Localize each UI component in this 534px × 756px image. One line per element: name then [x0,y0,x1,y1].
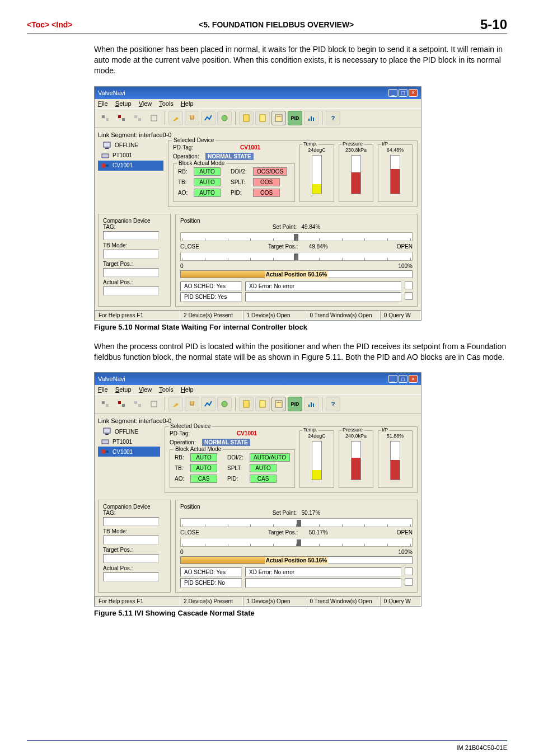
tree-pt1001[interactable]: PT1001 [98,151,163,161]
doi-label: DOI/2: [231,168,250,175]
operation-value: NORMAL STATE [205,153,254,160]
status-icon[interactable] [405,567,413,575]
target-value: 49.84% [309,243,328,250]
svg-rect-24 [134,401,137,404]
config-icon[interactable] [217,397,232,411]
menu-tools[interactable]: Tools [159,100,174,107]
companion-tbmode-input[interactable] [103,536,159,544]
tool-2-icon[interactable] [114,397,129,411]
setpoint-slider[interactable] [180,232,413,241]
trend-icon[interactable] [201,111,216,125]
paragraph-1: When the positioner has been placed in n… [94,44,507,76]
menu-file[interactable]: File [98,100,108,107]
status-present: 2 Device(s) Present [180,311,243,320]
svg-rect-39 [106,450,109,453]
maximize-icon[interactable]: □ [399,89,407,97]
companion-tag-input[interactable] [103,517,159,526]
config-icon[interactable] [217,111,232,125]
pen-icon[interactable] [271,111,286,125]
hand-icon[interactable] [185,111,199,125]
position-panel: Position Set Point: 49.84% CLOSETarget P… [175,214,418,307]
companion-target-input[interactable] [103,554,159,563]
status-bar: For Help press F1 2 Device(s) Present 1 … [95,596,421,606]
status-icon[interactable] [405,292,413,300]
tree-offline[interactable]: OFFLINE [98,426,160,436]
tree-cv1001[interactable]: CV1001 [98,161,163,171]
tree-pt-label: PT1001 [113,152,132,158]
device-tree[interactable]: OFFLINE PT1001 CV1001 [98,426,160,496]
pen-icon[interactable] [271,397,286,411]
maximize-icon[interactable]: □ [399,375,407,383]
tool-2-icon[interactable] [114,111,129,125]
minimize-icon[interactable]: _ [388,89,397,97]
tree-offline[interactable]: OFFLINE [98,140,163,151]
window-titlebar[interactable]: ValveNavi _ □ × [95,373,421,385]
figure-5-11: ValveNavi _ □ × File Setup View Tools He… [94,372,421,607]
tb-label: TB: [175,465,187,471]
tree-pt1001[interactable]: PT1001 [98,436,160,447]
yellow2-icon[interactable] [255,111,270,125]
target-slider[interactable] [180,252,413,261]
menu-help[interactable]: Help [181,386,194,393]
tool-3-icon[interactable] [130,111,145,125]
tool-1-icon[interactable] [98,111,113,125]
companion-tbmode-input[interactable] [103,250,159,259]
zero-label: 0 [180,549,184,555]
tool-4-icon[interactable] [147,397,161,411]
ip-value: 51.88% [380,433,411,439]
minimize-icon[interactable]: _ [388,375,397,383]
paragraph-2: When the process control PID is located … [94,341,507,363]
svg-rect-28 [243,401,249,407]
tree-pt-label: PT1001 [113,439,132,445]
status-icon[interactable] [405,578,413,586]
companion-tag-input[interactable] [103,231,159,240]
close-icon[interactable]: × [409,375,418,383]
menu-file[interactable]: File [98,386,108,393]
hand-icon[interactable] [185,397,199,411]
tool-4-icon[interactable] [147,111,161,125]
status-icon[interactable] [405,281,413,289]
help-icon[interactable]: ? [326,397,340,411]
target-slider[interactable] [180,538,413,547]
wrench-icon[interactable] [168,397,183,411]
yellow1-icon[interactable] [239,111,254,125]
menu-bar[interactable]: File Setup View Tools Help [95,385,421,394]
chart-icon[interactable] [304,397,318,411]
tree-cv1001[interactable]: CV1001 [98,447,160,457]
position-legend: Position [180,504,200,510]
tool-3-icon[interactable] [130,397,145,411]
companion-target-input[interactable] [103,268,159,277]
link-segment-label: Link Segment: interface0-0 [98,132,418,138]
target-label: Target Pos.: [268,529,298,536]
menu-setup[interactable]: Setup [115,386,132,393]
window-titlebar[interactable]: ValveNavi _ □ × [95,87,421,99]
tool-1-icon[interactable] [98,397,113,411]
menu-setup[interactable]: Setup [115,100,132,107]
close-icon[interactable]: × [409,89,418,97]
tb-label: TB: [178,179,190,185]
yellow1-icon[interactable] [239,397,254,411]
yellow2-icon[interactable] [255,397,270,411]
operation-label: Operation: [173,153,202,159]
pid-icon[interactable]: PID [288,111,302,125]
svg-rect-16 [105,148,109,149]
pid-icon[interactable]: PID [288,397,302,411]
menu-view[interactable]: View [139,100,152,107]
svg-rect-34 [313,403,314,407]
rb-label: RB: [178,168,190,175]
actual-position-bar: Actual Position 50.16% [180,270,413,278]
help-icon[interactable]: ? [326,111,340,125]
setpoint-slider[interactable] [180,518,413,527]
companion-actual-input[interactable] [103,572,159,581]
toc-ind[interactable]: <Toc> <Ind> [27,20,72,29]
caption-5-11: Figure 5.11 IVI Showing Cascade Normal S… [94,609,507,617]
menu-view[interactable]: View [139,386,152,393]
wrench-icon[interactable] [168,111,183,125]
chart-icon[interactable] [304,111,318,125]
menu-bar[interactable]: File Setup View Tools Help [95,99,421,108]
menu-tools[interactable]: Tools [159,386,174,393]
device-tree[interactable]: OFFLINE PT1001 CV1001 [98,140,163,210]
menu-help[interactable]: Help [181,100,194,107]
trend-icon[interactable] [201,397,216,411]
companion-actual-input[interactable] [103,287,159,295]
